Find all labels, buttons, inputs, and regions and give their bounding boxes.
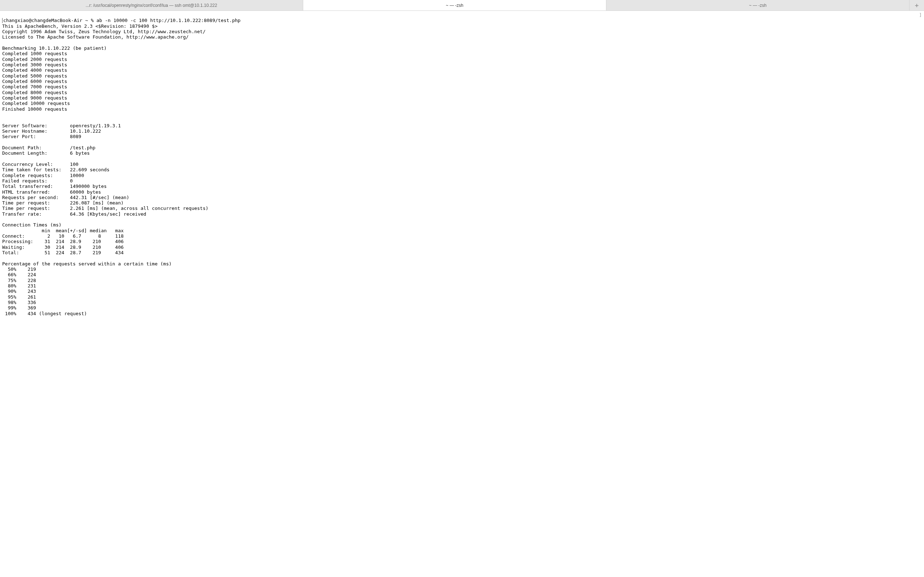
conn-times-row: Waiting: 30 214 28.9 210 406 [2, 245, 124, 250]
tab-bar: ...r: /usr/local/openresty/nginx/conf/co… [0, 0, 924, 11]
result-line: Complete requests: 10000 [2, 173, 84, 178]
progress-line: Completed 4000 requests [2, 68, 67, 73]
progress-line: Completed 8000 requests [2, 90, 67, 95]
tab-2[interactable]: ~ — -zsh [303, 0, 606, 10]
percentile-row: 95% 261 [2, 294, 36, 300]
percentile-row: 90% 243 [2, 288, 36, 294]
result-line: Server Hostname: 10.1.10.222 [2, 128, 101, 134]
result-line: HTML transferred: 60000 bytes [2, 189, 101, 195]
result-line: Time taken for tests: 22.609 seconds [2, 167, 109, 172]
conn-times-row: Connect: 2 10 6.7 8 118 [2, 233, 124, 239]
result-line: Failed requests: 0 [2, 178, 73, 184]
header-line: Copyright 1996 Adam Twiss, Zeus Technolo… [2, 29, 206, 34]
progress-line: Completed 5000 requests [2, 73, 67, 79]
prompt: changxiao@changdeMacBook-Air ~ % [3, 18, 96, 23]
conn-times-row: Total: 51 224 28.7 219 434 [2, 250, 124, 255]
result-line: Total transferred: 1490000 bytes [2, 184, 107, 189]
percentile-header: Percentage of the requests served within… [2, 261, 172, 266]
conn-times-header: Connection Times (ms) [2, 222, 61, 227]
percentile-row: 50% 219 [2, 266, 36, 272]
benchmarking-line: Benchmarking 10.1.10.222 (be patient) [2, 45, 107, 51]
result-line: Time per request: 2.261 [ms] (mean, acro… [2, 206, 208, 211]
terminal-output[interactable]: ]changxiao@changdeMacBook-Air ~ % ab -n … [0, 11, 924, 318]
result-line: Server Port: 8089 [2, 134, 81, 139]
cursor-mark [2, 18, 3, 23]
progress-line: Completed 2000 requests [2, 56, 67, 62]
progress-line: Completed 10000 requests [2, 101, 70, 106]
result-line: Server Software: openresty/1.19.3.1 [2, 123, 121, 128]
scroll-indicator: ] [919, 12, 922, 18]
result-line: Transfer rate: 64.36 [Kbytes/sec] receiv… [2, 211, 146, 217]
result-line: Concurrency Level: 100 [2, 161, 78, 167]
add-tab-button[interactable]: + [909, 0, 924, 10]
command-text: ab -n 10000 -c 100 http://10.1.10.222:80… [96, 18, 241, 23]
percentile-row: 98% 336 [2, 300, 36, 305]
result-line: Document Length: 6 bytes [2, 150, 90, 156]
progress-line: Completed 1000 requests [2, 51, 67, 56]
result-line: Requests per second: 442.31 [#/sec] (mea… [2, 195, 129, 200]
percentile-row: 66% 224 [2, 272, 36, 277]
conn-times-cols: min mean[+/-sd] median max [2, 228, 124, 233]
conn-times-row: Processing: 31 214 28.9 210 406 [2, 239, 124, 244]
percentile-row: 80% 231 [2, 283, 36, 288]
header-line: Licensed to The Apache Software Foundati… [2, 34, 189, 40]
progress-line: Completed 6000 requests [2, 79, 67, 84]
result-line: Document Path: /test.php [2, 145, 95, 150]
progress-line: Completed 7000 requests [2, 84, 67, 89]
percentile-row: 99% 369 [2, 305, 36, 311]
percentile-row: 100% 434 (longest request) [2, 311, 87, 316]
progress-line: Completed 3000 requests [2, 62, 67, 68]
progress-line: Finished 10000 requests [2, 106, 67, 112]
tab-3[interactable]: ~ — -zsh [606, 0, 909, 10]
percentile-row: 75% 228 [2, 278, 36, 283]
header-line: This is ApacheBench, Version 2.3 <$Revis… [2, 23, 157, 29]
progress-line: Completed 9000 requests [2, 95, 67, 101]
result-line: Time per request: 226.087 [ms] (mean) [2, 200, 124, 206]
tab-1[interactable]: ...r: /usr/local/openresty/nginx/conf/co… [0, 0, 303, 10]
